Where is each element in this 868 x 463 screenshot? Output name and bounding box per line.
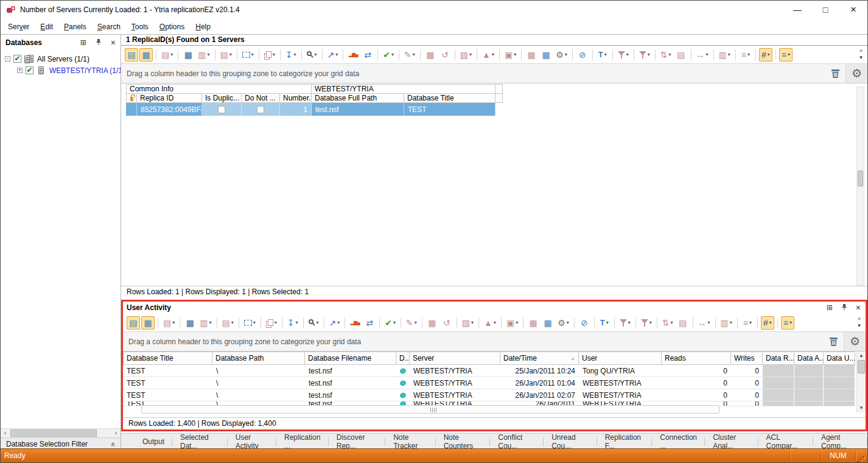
text-format-button[interactable]: T▾ — [598, 316, 611, 330]
column-header-is-duplic[interactable]: Is Duplic... — [202, 93, 242, 103]
scroll-left-icon[interactable]: ‹ — [1, 429, 10, 437]
column-header-writes[interactable]: Writes — [731, 352, 763, 365]
grid-cell[interactable]: WEBTEST/YTRIA — [579, 377, 662, 389]
copy-button[interactable]: ▾ — [264, 316, 279, 330]
filter-button[interactable]: ▾ — [616, 48, 631, 62]
tab-replication[interactable]: Replication ... — [276, 434, 329, 450]
grid-cell[interactable] — [824, 377, 855, 389]
text-format-button[interactable]: T▾ — [596, 48, 609, 62]
pivot-button[interactable]: ⇄ — [361, 48, 374, 62]
tab-user-activity[interactable]: User Activity — [228, 434, 276, 450]
grid-lines-button[interactable]: ▦ — [424, 48, 437, 62]
tree-expander-icon[interactable]: + — [17, 68, 23, 73]
grid-selected-row[interactable]: 85257382:0049BF481test.nsfTEST — [126, 103, 503, 116]
grid-cell[interactable]: 0 — [662, 377, 731, 389]
maximize-button[interactable]: □ — [811, 1, 839, 19]
toolbar-overflow-button[interactable]: »▾ — [856, 48, 866, 61]
selection-mode-button[interactable]: ▾ — [242, 316, 257, 330]
layout-rows-button[interactable]: ▤ — [127, 316, 140, 330]
paste-grid-button[interactable]: ▧▾ — [460, 316, 475, 330]
filter-values-button[interactable]: ▾ — [639, 316, 654, 330]
grid-cell[interactable]: 0 — [731, 377, 763, 389]
grid-cell[interactable] — [126, 103, 137, 116]
column-width-button[interactable]: ↔▾ — [696, 316, 712, 330]
panel-maximize-icon[interactable]: ⊞ — [80, 38, 86, 47]
add-rows-button[interactable]: ▤▾ — [161, 316, 177, 330]
grid-lines-button[interactable]: ▦ — [425, 316, 439, 330]
grid-cell[interactable]: 0 — [731, 365, 763, 376]
user-activity-horizontal-scrollbar[interactable] — [141, 405, 719, 414]
grid-cell[interactable]: WEBTEST/YTRIA — [579, 389, 662, 401]
column-header-user[interactable]: User — [579, 352, 662, 365]
replica-vertical-scrollbar[interactable] — [856, 87, 864, 286]
hide-columns-button[interactable]: ▦ — [181, 48, 195, 62]
table-row[interactable]: TEST\test.nsfWEBTEST/YTRIA25/Jan/2011 10… — [123, 365, 855, 377]
grid-cell[interactable] — [794, 401, 824, 406]
grid-cell[interactable] — [824, 365, 855, 376]
column-header-lock[interactable] — [126, 93, 137, 103]
panel-close-icon[interactable]: × — [111, 38, 116, 48]
column-header-reads[interactable]: Reads — [662, 352, 731, 365]
database-selection-filter-bar[interactable]: Database Selection Filter « — [1, 437, 121, 450]
scroll-right-icon[interactable]: › — [111, 429, 121, 437]
grid-cell[interactable] — [794, 389, 824, 401]
grid-cell[interactable]: 1 — [280, 103, 312, 116]
grid-cell[interactable]: 85257382:0049BF48 — [137, 103, 202, 116]
checkbox-unchecked-icon[interactable] — [218, 106, 225, 113]
column-header-database-full-path[interactable]: Database Full Path — [312, 93, 404, 103]
grid-cell[interactable]: TEST — [123, 377, 212, 389]
sort-button[interactable]: ⇅▾ — [659, 48, 673, 62]
menu-item-server[interactable]: Server — [2, 21, 35, 33]
checkbox-unchecked-icon[interactable] — [257, 106, 264, 113]
column-header-replica-id[interactable]: Replica ID — [137, 93, 202, 103]
resize-grip[interactable] — [858, 454, 866, 462]
add-rows-button[interactable]: ▤▾ — [159, 48, 175, 62]
validate-cells-button[interactable]: ✔▾ — [383, 316, 397, 330]
scrollbar-grip[interactable] — [430, 408, 436, 412]
minimize-button[interactable]: — — [783, 1, 811, 19]
column-header-database-title[interactable]: Database Title — [123, 352, 212, 365]
layout-grid-button[interactable]: ▦ — [141, 316, 155, 330]
grid-cell[interactable]: 0 — [662, 389, 731, 401]
database-icon-cell[interactable] — [396, 389, 410, 401]
grid-cell[interactable]: Tong QU/YTRIA — [579, 365, 662, 376]
tab-connection[interactable]: Connection ... — [652, 434, 705, 450]
hide-columns-button[interactable]: ▦ — [183, 316, 197, 330]
validate-cells-button[interactable]: ✔▾ — [381, 48, 396, 62]
row-banding-button[interactable]: ▤▾ — [220, 316, 236, 330]
layout-rows-button[interactable]: ▤ — [125, 48, 138, 62]
checkbox-cell[interactable] — [202, 103, 242, 116]
edit-cells-button[interactable]: ✎▾ — [402, 48, 417, 62]
column-header-database-filename[interactable]: Database Filename — [305, 352, 396, 365]
refresh-dates-button[interactable]: ▦ — [541, 316, 555, 330]
search-button[interactable]: ▾ — [305, 48, 319, 62]
grid-cell[interactable]: test.nsf — [305, 365, 396, 376]
grid-cell[interactable]: test.nsf — [305, 389, 396, 401]
database-icon-cell[interactable] — [396, 377, 410, 389]
grid-cell[interactable]: 0 — [731, 389, 763, 401]
goto-row-button[interactable]: ↧▾ — [285, 316, 300, 330]
goto-row-button[interactable]: ↧▾ — [284, 48, 298, 62]
column-header-number[interactable]: Number... — [280, 93, 312, 103]
table-row[interactable]: TEST\test.nsfWEBTEST/YTRIA26/Jan/2011 02… — [123, 389, 855, 401]
delete-columns-button[interactable]: ▦ — [525, 48, 538, 62]
tab-replication-f[interactable]: Replication F... — [597, 434, 653, 450]
pin-icon[interactable] — [841, 303, 847, 313]
format-cells-button[interactable]: ▥▾ — [717, 48, 732, 62]
tools-button[interactable]: ⚙▾ — [556, 316, 571, 330]
tab-note-counters[interactable]: Note Counters — [436, 434, 491, 450]
grid-cell[interactable] — [794, 377, 824, 389]
column-header-date-time[interactable]: Date/Time▲ — [500, 352, 579, 365]
grid-cell[interactable] — [824, 389, 855, 401]
tab-cluster-anal[interactable]: Cluster Anal... — [705, 434, 758, 450]
table-row[interactable]: TEST\test.nsfWEBTEST/YTRIA26/Jan/2011 01… — [123, 377, 855, 389]
search-button[interactable]: ▾ — [307, 316, 321, 330]
scrollbar-thumb[interactable] — [858, 171, 863, 186]
tab-agent-comp[interactable]: Agent Comp... — [813, 434, 867, 450]
column-header-do-not[interactable]: Do Not ... — [242, 93, 280, 103]
scroll-up-icon[interactable]: ▲ — [857, 352, 866, 360]
grid-cell[interactable]: TEST — [404, 103, 495, 116]
grid-cell[interactable]: 26/Jan/2011 01:04 — [500, 377, 579, 389]
hierarchy-button[interactable]: ≡▾ — [739, 48, 752, 62]
edit-cells-button[interactable]: ✎▾ — [404, 316, 419, 330]
